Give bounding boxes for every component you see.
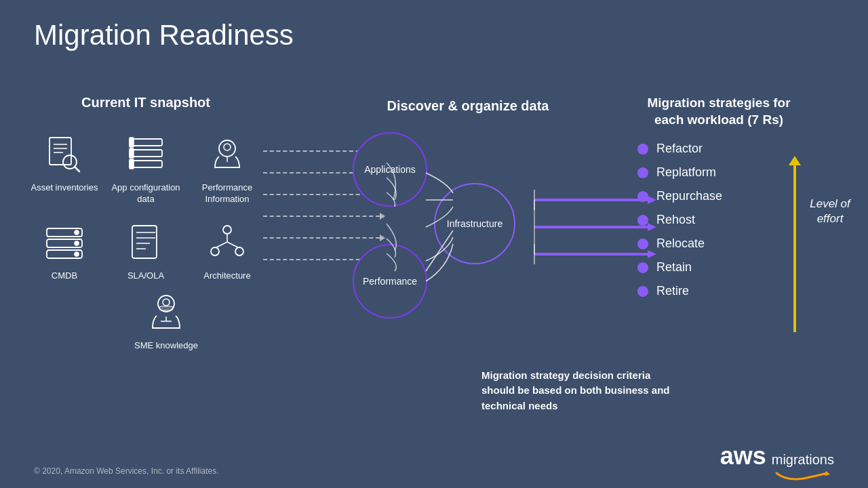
discover-header: Discover & organize data	[285, 98, 651, 114]
svg-point-19	[75, 241, 79, 245]
footer-text: © 2020, Amazon Web Services, Inc. or its…	[34, 466, 219, 476]
circle-performance: Performance	[353, 244, 427, 319]
svg-line-31	[227, 242, 238, 247]
migration-strategies-section: Migration strategies for each workload (…	[637, 95, 800, 308]
sla-label: SLA/OLA	[127, 270, 164, 282]
current-it-section: Current IT snapshot Asset inventories	[20, 95, 271, 352]
svg-rect-34	[159, 306, 173, 310]
strategy-repurchase: Repurchase	[637, 189, 800, 203]
app-config-icon	[123, 131, 169, 177]
architecture-label: Architecture	[203, 270, 250, 282]
replatform-label: Replatform	[656, 165, 716, 180]
effort-arrow	[793, 163, 796, 332]
sla-icon	[123, 219, 169, 265]
svg-point-13	[224, 144, 231, 150]
aws-migrations-text: migrations	[772, 452, 834, 468]
cmdb-label: CMDB	[52, 270, 77, 282]
sme-label: SME knowledge	[134, 340, 198, 352]
effort-label: Level of effort	[803, 197, 857, 226]
svg-point-12	[219, 140, 235, 157]
icon-item-perf-info: Performance Information	[190, 131, 264, 205]
icon-item-sla: SLA/OLA	[108, 219, 183, 282]
icon-item-cmdb: CMDB	[27, 219, 102, 282]
strategy-replatform: Replatform	[637, 165, 800, 180]
svg-point-26	[223, 226, 231, 234]
asset-label: Asset inventories	[31, 182, 98, 194]
strategies-list: Refactor Replatform Repurchase Rehost Re…	[637, 142, 800, 298]
svg-marker-46	[825, 471, 830, 476]
aws-text: aws	[720, 442, 766, 470]
dashed-arrow-4	[263, 213, 385, 220]
circle-infrastructure: Infrastructure	[434, 183, 515, 264]
strategy-rehost: Rehost	[637, 213, 800, 227]
svg-point-27	[211, 247, 219, 256]
svg-point-20	[75, 252, 79, 256]
relocate-label: Relocate	[656, 237, 705, 251]
repurchase-label: Repurchase	[656, 189, 722, 203]
cmdb-icon	[41, 219, 87, 265]
strategy-refactor: Refactor	[637, 142, 800, 156]
relocate-dot	[637, 239, 648, 249]
refactor-dot	[637, 144, 648, 155]
retain-dot	[637, 262, 648, 273]
svg-rect-8	[130, 150, 162, 157]
architecture-icon	[204, 219, 250, 265]
repurchase-dot	[637, 191, 648, 202]
svg-rect-11	[130, 159, 134, 169]
icon-item-app-config: App configuration data	[108, 131, 183, 205]
aws-logo-container: aws migrations	[720, 442, 834, 481]
svg-rect-6	[130, 139, 162, 146]
app-config-label: App configuration data	[108, 182, 183, 205]
icon-item-sme: SME knowledge	[134, 289, 198, 352]
svg-line-5	[75, 167, 79, 171]
circle-applications: Applications	[353, 132, 427, 207]
retire-label: Retire	[656, 284, 689, 298]
aws-smile-icon	[773, 470, 834, 481]
retire-dot	[637, 286, 648, 297]
svg-rect-7	[130, 138, 134, 147]
dashed-arrow-5	[263, 235, 385, 241]
svg-point-28	[235, 247, 243, 256]
svg-point-33	[163, 299, 170, 306]
current-it-header: Current IT snapshot	[20, 95, 271, 110]
asset-icon	[41, 131, 87, 177]
icon-item-asset: Asset inventories	[27, 131, 102, 205]
sme-icon	[143, 289, 189, 335]
icon-grid: Asset inventories App configuration data	[20, 131, 271, 282]
svg-rect-21	[132, 226, 157, 258]
icon-item-architecture: Architecture	[190, 219, 264, 282]
svg-point-18	[75, 230, 79, 235]
rehost-dot	[637, 215, 648, 226]
strategy-relocate: Relocate	[637, 237, 800, 251]
level-of-effort: Level of effort	[793, 163, 854, 339]
retain-label: Retain	[656, 260, 692, 274]
svg-rect-0	[50, 138, 71, 165]
replatform-dot	[637, 167, 648, 178]
page-title: Migration Readiness	[34, 19, 294, 52]
perf-info-label: Performance Information	[190, 182, 264, 205]
svg-rect-9	[130, 148, 134, 158]
strategy-retain: Retain	[637, 260, 800, 274]
refactor-label: Refactor	[656, 142, 703, 156]
strategy-retire: Retire	[637, 284, 800, 298]
aws-logo: aws migrations	[720, 442, 834, 481]
svg-rect-10	[130, 161, 162, 167]
perf-info-icon	[204, 131, 250, 177]
rehost-label: Rehost	[656, 213, 695, 227]
decision-criteria-text: Migration strategy decision criteria sho…	[481, 368, 671, 414]
migration-strategies-header: Migration strategies for each workload (…	[637, 95, 800, 128]
svg-line-30	[216, 242, 227, 247]
